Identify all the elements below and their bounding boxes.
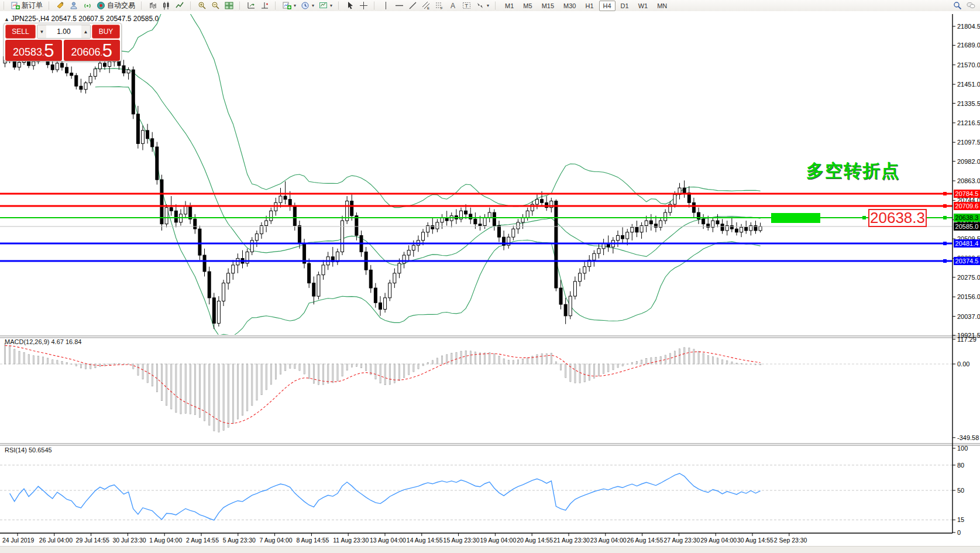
price-tick-label: 20982.0 (957, 158, 980, 165)
arrows-button[interactable]: ▾ (473, 1, 491, 11)
time-tick-label: 2 Sep 23:30 (774, 537, 807, 544)
buy-price-main: 20606 (71, 44, 100, 60)
price-line-tag: 20481.4 (954, 239, 980, 248)
templates-icon (319, 1, 328, 10)
indicators-button[interactable]: ▾ (280, 1, 298, 11)
chat-icon[interactable] (967, 1, 975, 10)
timeframe-m5[interactable]: M5 (519, 1, 536, 11)
line-chart-icon (176, 1, 184, 10)
equidistant-channel-button[interactable]: E (419, 1, 433, 11)
dropdown-caret-icon: ▾ (312, 3, 314, 8)
toolbar-separator (495, 2, 498, 9)
buy-price-display[interactable]: 20606.5 (64, 40, 121, 61)
time-tick-label: 30 Aug 14:55 (737, 537, 773, 544)
cursor-button[interactable] (343, 1, 357, 11)
price-callout-box[interactable]: 20638.3 (868, 209, 927, 227)
toolbar: 新订单 自动交易 ▾ ▾ ▾ (0, 0, 980, 12)
timeframe-m15[interactable]: M15 (538, 1, 558, 11)
autoscroll-button[interactable] (258, 1, 271, 11)
autotrading-label: 自动交易 (107, 1, 135, 11)
time-tick-label: 19 Aug 04:00 (480, 537, 516, 544)
chart-title: ▲JPN225-,H4 20547.5 20607.5 20547.5 2058… (4, 15, 159, 23)
price-line-tag: 20374.5 (954, 257, 980, 265)
time-tick-label: 5 Aug 23:30 (223, 537, 256, 544)
chart-shift-button[interactable] (245, 1, 258, 11)
toolbar-separator (49, 2, 51, 9)
clear-objects-button[interactable] (54, 1, 67, 11)
buy-button[interactable]: BUY (92, 25, 120, 39)
templates-button[interactable]: ▾ (317, 1, 335, 11)
mt4-window: 新订单 自动交易 ▾ ▾ ▾ (0, 0, 980, 553)
rsi-tick-label: 0 (957, 529, 980, 536)
periods-button[interactable]: ▾ (298, 1, 317, 11)
time-tick-label: 15 Aug 23:30 (443, 537, 480, 544)
macd-tick-label: 117.29 (957, 336, 980, 343)
sell-price-display[interactable]: 20583.5 (5, 40, 62, 61)
trendline-icon (408, 1, 417, 10)
toolbar-separator (141, 2, 144, 9)
time-tick-label: 11 Aug 23:30 (333, 537, 369, 544)
timeframe-m30[interactable]: M30 (559, 1, 580, 11)
text-button[interactable]: A (446, 1, 460, 11)
svg-text:F: F (441, 6, 443, 10)
candlestick-chart-button[interactable] (160, 1, 173, 11)
rsi-tick-label: 100 (957, 445, 980, 452)
fibonacci-button[interactable]: F (433, 1, 446, 11)
volume-decrease-button[interactable]: ▼ (37, 25, 46, 38)
timeframe-h4[interactable]: H4 (599, 1, 615, 11)
horizontal-line-button[interactable] (393, 1, 406, 11)
vertical-line-button[interactable] (379, 1, 393, 11)
vertical-line-icon (381, 1, 390, 10)
text-icon: A (449, 1, 458, 10)
timeframe-h1[interactable]: H1 (581, 1, 597, 11)
fibonacci-icon: F (435, 1, 444, 10)
timeframe-d1[interactable]: D1 (617, 1, 633, 11)
clock-icon (301, 1, 310, 10)
trendline-button[interactable] (406, 1, 419, 11)
time-tick-label: 7 Aug 04:00 (260, 537, 293, 544)
profiles-button[interactable] (67, 1, 81, 11)
svg-text:E: E (427, 6, 429, 10)
rsi-tick-label: 15 (957, 516, 980, 523)
price-line-tag: 20638.3 (954, 214, 980, 222)
price-tick-label: 20156.0 (957, 293, 980, 300)
price-tick-label: 20275.0 (957, 274, 980, 281)
sell-button[interactable]: SELL (5, 25, 36, 39)
chart-canvas[interactable] (0, 11, 980, 546)
zoom-in-icon (198, 1, 207, 10)
toolbar-separator (275, 2, 278, 9)
rsi-indicator-label: RSI(14) 50.6545 (5, 446, 52, 454)
text-label-icon: T (462, 1, 471, 10)
time-tick-label: 29 Aug 04:00 (700, 537, 737, 544)
timeframe-group: M1M5M15M30H1H4D1W1MN (500, 1, 672, 11)
zoom-out-button[interactable] (209, 1, 222, 11)
time-tick-label: 13 Aug 04:00 (370, 537, 406, 544)
crosshair-button[interactable] (357, 1, 370, 11)
line-chart-button[interactable] (173, 1, 187, 11)
arrows-icon (476, 1, 484, 10)
search-icon[interactable] (953, 1, 962, 10)
price-tick-label: 21097.5 (957, 139, 980, 146)
autotrading-button[interactable]: 自动交易 (94, 1, 137, 11)
cursor-icon (346, 1, 355, 10)
price-tick-label: 21335.5 (957, 100, 980, 107)
volume-input[interactable]: 1.00 (46, 25, 81, 38)
timeframe-m1[interactable]: M1 (501, 1, 518, 11)
channel-icon: E (422, 1, 431, 10)
turning-point-annotation[interactable]: 多空转折点 (806, 159, 900, 183)
timeframe-w1[interactable]: W1 (634, 1, 652, 11)
horizontal-line-icon (395, 1, 404, 10)
bar-chart-button[interactable] (146, 1, 160, 11)
time-tick-label: 20 Aug 14:55 (517, 537, 553, 544)
time-tick-label: 26 Jul 04:00 (39, 537, 73, 544)
new-order-button[interactable]: 新订单 (9, 1, 45, 11)
tile-windows-button[interactable] (222, 1, 236, 11)
signal-button[interactable] (81, 1, 94, 11)
volume-increase-button[interactable]: ▲ (81, 25, 90, 38)
timeframe-mn[interactable]: MN (653, 1, 671, 11)
time-tick-label: 21 Aug 23:30 (553, 537, 590, 544)
price-tick-label: 21804.5 (957, 23, 980, 30)
text-label-button[interactable]: T (460, 1, 473, 11)
zoom-in-button[interactable] (195, 1, 209, 11)
bar-chart-icon (149, 1, 157, 10)
